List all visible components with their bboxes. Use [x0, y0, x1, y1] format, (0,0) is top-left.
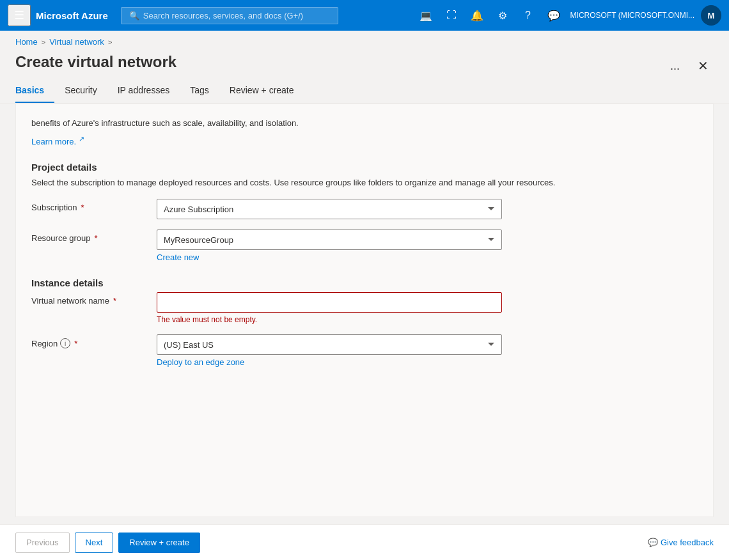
account-name: MICROSOFT (MICROSOFT.ONMI... — [570, 11, 694, 20]
cloud-shell-icon[interactable]: 💻 — [414, 4, 437, 27]
breadcrumb-sep-2: > — [108, 38, 112, 46]
learn-more-text: Learn more. — [31, 137, 76, 146]
tab-ip-addresses[interactable]: IP addresses — [107, 79, 180, 103]
breadcrumb-virtual-network[interactable]: Virtual network — [49, 37, 104, 47]
avatar[interactable]: M — [701, 5, 721, 26]
breadcrumb: Home > Virtual network > — [0, 31, 729, 53]
vnet-name-required: * — [113, 296, 116, 306]
next-button[interactable]: Next — [75, 533, 114, 553]
project-details-desc: Select the subscription to manage deploy… — [31, 176, 698, 189]
vnet-name-row: Virtual network name * The value must no… — [31, 292, 698, 324]
external-link-icon: ↗ — [79, 135, 84, 143]
search-icon: 🔍 — [129, 11, 139, 20]
give-feedback-link[interactable]: 💬 Give feedback — [648, 538, 714, 547]
region-control: (US) East US(US) West US(EU) West Europe… — [157, 334, 502, 367]
help-icon[interactable]: ? — [517, 4, 540, 27]
vnet-name-control: The value must not be empty. — [157, 292, 502, 324]
topnav: ☰ Microsoft Azure 🔍 💻 ⛶ 🔔 ⚙ ? 💬 MICROSOF… — [0, 0, 729, 31]
give-feedback-text: Give feedback — [661, 538, 714, 547]
tab-basics[interactable]: Basics — [15, 79, 54, 103]
breadcrumb-sep-1: > — [42, 38, 45, 46]
page-header: Create virtual network ... ✕ — [0, 53, 729, 79]
resource-group-select[interactable]: MyResourceGroup — [157, 229, 502, 250]
resource-group-label: Resource group * — [31, 229, 146, 243]
page-header-actions: ... ✕ — [665, 56, 714, 76]
create-new-link[interactable]: Create new — [157, 253, 502, 262]
search-input[interactable] — [143, 11, 330, 20]
region-row: Region i * (US) East US(US) West US(EU) … — [31, 334, 698, 367]
resource-group-required: * — [95, 233, 98, 243]
tab-security[interactable]: Security — [54, 79, 107, 103]
breadcrumb-home[interactable]: Home — [15, 37, 38, 47]
footer: Previous Next Review + create 💬 Give fee… — [0, 524, 729, 560]
content-area: benefits of Azure's infrastructure such … — [15, 104, 714, 517]
page-title: Create virtual network — [15, 53, 176, 79]
subscription-label: Subscription * — [31, 199, 146, 212]
vnet-name-input[interactable] — [157, 292, 502, 313]
settings-icon[interactable]: ⚙ — [491, 4, 514, 27]
learn-more-link[interactable]: Learn more. ↗ — [31, 137, 84, 146]
hamburger-button[interactable]: ☰ — [8, 4, 31, 26]
subscription-select[interactable]: Azure Subscription — [157, 199, 502, 219]
edge-zone-link[interactable]: Deploy to an edge zone — [157, 357, 502, 367]
search-bar[interactable]: 🔍 — [121, 7, 338, 24]
tab-review-create[interactable]: Review + create — [219, 79, 304, 103]
subscription-required: * — [81, 203, 84, 212]
region-label: Region i * — [31, 334, 146, 348]
ellipsis-button[interactable]: ... — [665, 57, 685, 75]
region-select[interactable]: (US) East US(US) West US(EU) West Europe — [157, 334, 502, 355]
tabs-bar: Basics Security IP addresses Tags Review… — [0, 79, 729, 104]
subscription-control: Azure Subscription — [157, 199, 502, 219]
resource-group-control: MyResourceGroup Create new — [157, 229, 502, 262]
instance-details-title: Instance details — [31, 277, 698, 288]
feedback-chat-icon: 💬 — [648, 538, 658, 547]
review-create-button[interactable]: Review + create — [118, 533, 200, 553]
previous-button[interactable]: Previous — [15, 533, 70, 553]
vnet-name-label: Virtual network name * — [31, 292, 146, 306]
resource-group-row: Resource group * MyResourceGroup Create … — [31, 229, 698, 262]
region-info-icon: i — [60, 338, 70, 348]
footer-right: 💬 Give feedback — [648, 538, 714, 547]
notifications-icon[interactable]: 🔔 — [466, 4, 489, 27]
intro-text: benefits of Azure's infrastructure such … — [31, 117, 698, 130]
vnet-name-error: The value must not be empty. — [157, 315, 502, 324]
close-button[interactable]: ✕ — [693, 56, 714, 76]
portal-menu-icon[interactable]: ⛶ — [440, 4, 463, 27]
subscription-row: Subscription * Azure Subscription — [31, 199, 698, 219]
feedback-icon[interactable]: 💬 — [542, 4, 565, 27]
brand-logo: Microsoft Azure — [36, 10, 108, 21]
region-required: * — [74, 339, 77, 348]
project-details-section: Project details Select the subscription … — [31, 162, 698, 263]
tab-tags[interactable]: Tags — [180, 79, 219, 103]
topnav-icons: 💻 ⛶ 🔔 ⚙ ? 💬 MICROSOFT (MICROSOFT.ONMI...… — [414, 4, 721, 27]
instance-details-section: Instance details Virtual network name * … — [31, 277, 698, 367]
project-details-title: Project details — [31, 162, 698, 173]
